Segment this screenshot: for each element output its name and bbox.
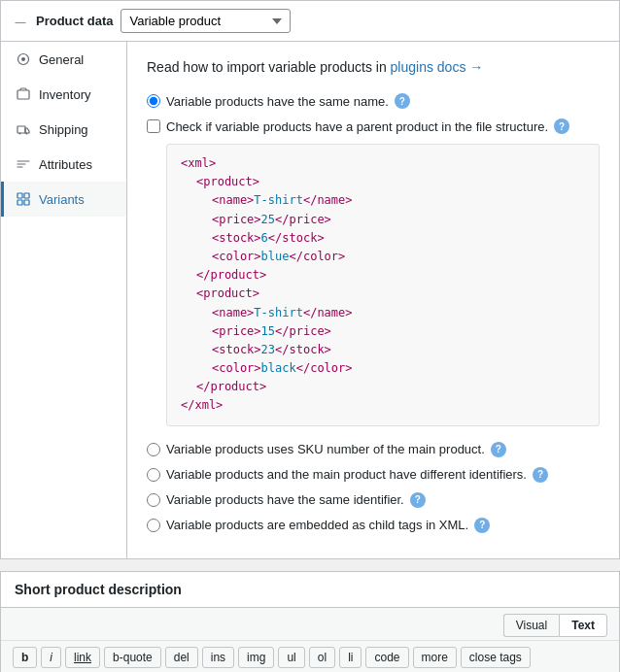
sidebar-inventory-label: Inventory xyxy=(39,87,90,102)
help-icon-different-identifiers[interactable]: ? xyxy=(533,467,548,483)
product-data-body: General Inventory xyxy=(1,42,619,558)
help-icon-parent-check[interactable]: ? xyxy=(554,118,569,134)
shipping-icon xyxy=(16,121,31,137)
btn-bquote[interactable]: b-quote xyxy=(104,647,161,668)
btn-link[interactable]: link xyxy=(65,647,100,668)
checkbox-parent-check[interactable] xyxy=(147,119,160,133)
btn-ol[interactable]: ol xyxy=(309,647,335,668)
product-data-title: Product data xyxy=(36,14,113,28)
tab-text[interactable]: Text xyxy=(559,614,607,637)
format-buttons-row: b i link b-quote del ins img ul ol li co… xyxy=(1,641,619,672)
import-notice: Read how to import variable products in … xyxy=(147,57,600,78)
option-parent-check: Check if variable products have a parent… xyxy=(147,118,600,134)
plugins-docs-link[interactable]: plugins docs → xyxy=(391,59,484,75)
radio-child-tags[interactable] xyxy=(147,519,160,532)
product-data-section: — Product data Variable product Simple p… xyxy=(0,0,620,559)
label-same-identifier: Variable products have the same identifi… xyxy=(166,492,404,507)
sidebar-shipping-label: Shipping xyxy=(39,122,88,137)
main-content-area: Read how to import variable products in … xyxy=(127,42,619,558)
svg-point-5 xyxy=(26,133,28,135)
sidebar-nav: General Inventory xyxy=(1,42,127,558)
visual-text-tabs: Visual Text xyxy=(503,614,607,637)
short-desc-title: Short product description xyxy=(1,572,619,608)
svg-rect-2 xyxy=(17,90,29,99)
additional-options-list: Variable products uses SKU number of the… xyxy=(147,442,600,533)
svg-point-1 xyxy=(21,57,25,61)
svg-rect-8 xyxy=(17,200,22,205)
svg-rect-7 xyxy=(24,193,29,198)
import-notice-prefix: Read how to import variable products in xyxy=(147,59,387,75)
help-icon-child-tags[interactable]: ? xyxy=(474,518,490,533)
label-different-identifiers: Variable products and the main product h… xyxy=(166,467,527,482)
page-wrapper: — Product data Variable product Simple p… xyxy=(0,0,620,672)
svg-rect-9 xyxy=(24,200,29,205)
option-different-identifiers: Variable products and the main product h… xyxy=(147,467,600,483)
option-same-name: Variable products have the same name. ? xyxy=(147,93,600,109)
btn-img[interactable]: img xyxy=(238,647,274,668)
btn-ul[interactable]: ul xyxy=(278,647,304,668)
inventory-icon xyxy=(16,86,31,102)
editor-toolbar-row: Visual Text xyxy=(1,608,619,641)
option-same-identifier: Variable products have the same identifi… xyxy=(147,492,600,508)
svg-rect-3 xyxy=(17,126,25,133)
svg-rect-6 xyxy=(17,193,22,198)
collapse-icon[interactable]: — xyxy=(13,14,28,29)
tab-visual[interactable]: Visual xyxy=(503,614,559,637)
btn-del[interactable]: del xyxy=(165,647,198,668)
option-child-tags: Variable products are embedded as child … xyxy=(147,518,600,533)
svg-point-4 xyxy=(19,133,21,135)
sidebar-item-shipping[interactable]: Shipping xyxy=(1,112,126,147)
product-data-header: — Product data Variable product Simple p… xyxy=(1,1,619,42)
sidebar-attributes-label: Attributes xyxy=(39,157,92,172)
sidebar-general-label: General xyxy=(39,52,84,67)
general-icon xyxy=(16,51,31,67)
sidebar-item-attributes[interactable]: Attributes xyxy=(1,147,126,182)
variants-icon xyxy=(16,191,31,207)
radio-different-identifiers[interactable] xyxy=(147,468,160,482)
help-icon-same-identifier[interactable]: ? xyxy=(410,492,426,508)
help-icon-same-name[interactable]: ? xyxy=(395,93,410,109)
sidebar-variants-label: Variants xyxy=(39,192,85,207)
label-same-name: Variable products have the same name. xyxy=(166,94,389,109)
help-icon-sku[interactable]: ? xyxy=(491,442,506,457)
btn-ins[interactable]: ins xyxy=(202,647,234,668)
product-type-select[interactable]: Variable product Simple product Grouped … xyxy=(121,9,291,33)
btn-more[interactable]: more xyxy=(413,647,457,668)
btn-close-tags[interactable]: close tags xyxy=(461,647,531,668)
xml-code-block: <xml> <product> <name>T-shirt</name> <pr… xyxy=(166,144,600,426)
btn-italic[interactable]: i xyxy=(41,647,61,668)
radio-same-name[interactable] xyxy=(147,94,160,108)
label-sku-number: Variable products uses SKU number of the… xyxy=(166,442,485,456)
sidebar-item-general[interactable]: General xyxy=(1,42,126,77)
radio-sku-number[interactable] xyxy=(147,443,160,456)
radio-same-identifier[interactable] xyxy=(147,493,160,507)
sidebar-item-variants[interactable]: Variants xyxy=(1,182,126,217)
btn-code[interactable]: code xyxy=(365,647,408,668)
label-child-tags: Variable products are embedded as child … xyxy=(166,518,468,532)
attributes-icon xyxy=(16,156,31,172)
btn-bold[interactable]: b xyxy=(13,647,37,668)
btn-li[interactable]: li xyxy=(339,647,362,668)
option-sku-number: Variable products uses SKU number of the… xyxy=(147,442,600,457)
label-parent-check: Check if variable products have a parent… xyxy=(166,119,548,134)
short-desc-body: Visual Text b i link b-quote del ins img… xyxy=(1,608,619,672)
short-product-description-section: Short product description Visual Text b … xyxy=(0,571,620,672)
sidebar-item-inventory[interactable]: Inventory xyxy=(1,77,126,112)
